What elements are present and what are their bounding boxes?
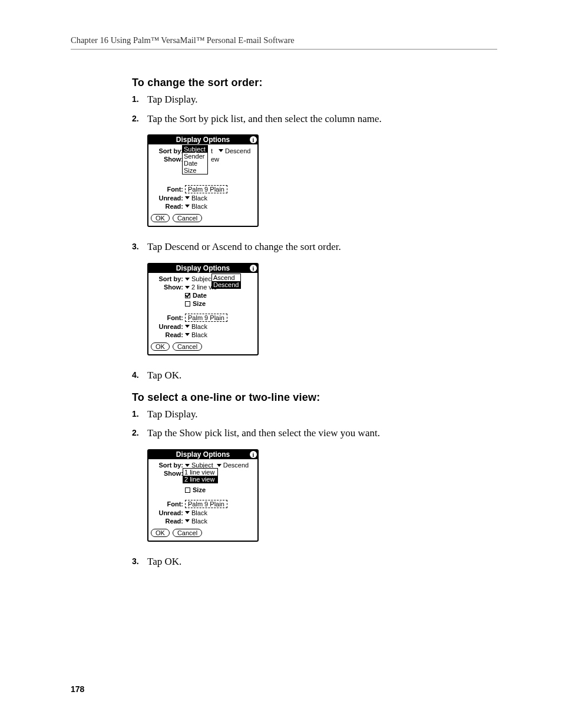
- checkbox-date-label: Date: [193, 292, 207, 299]
- dropdown-caret-icon[interactable]: [185, 464, 190, 467]
- heading-line-view: To select a one-line or two-line view:: [132, 391, 497, 404]
- sort-option-subject[interactable]: Subject: [183, 146, 207, 153]
- sort-by-value[interactable]: Subject: [191, 275, 213, 282]
- step-text: Tap OK.: [132, 368, 497, 383]
- label-font: Font:: [151, 314, 185, 321]
- checkbox-size-label: Size: [193, 300, 206, 307]
- sort-direction-popup[interactable]: Ascend Descend: [211, 274, 241, 289]
- label-unread: Unread:: [151, 195, 185, 202]
- dialog-title-text: Display Options: [176, 136, 230, 144]
- sort-by-tail: t: [211, 147, 213, 154]
- sort-option-sender[interactable]: Sender: [183, 153, 207, 160]
- direction-option-descend[interactable]: Descend: [212, 281, 240, 288]
- checkbox-size[interactable]: [185, 487, 190, 493]
- dropdown-caret-icon[interactable]: [185, 286, 190, 289]
- sort-direction-value[interactable]: Descend: [225, 147, 250, 154]
- font-selector[interactable]: Palm 9 Plain: [185, 185, 227, 193]
- dialog-title: Display Options i: [148, 264, 257, 273]
- step-text: Tap Display.: [132, 93, 497, 107]
- read-value[interactable]: Black: [191, 331, 207, 338]
- display-options-dialog: Display Options i Sort by: Subject Show:…: [147, 263, 259, 355]
- dropdown-caret-icon[interactable]: [217, 464, 222, 467]
- info-icon[interactable]: i: [250, 451, 257, 458]
- dialog-title-text: Display Options: [176, 265, 230, 272]
- label-sort-by: Sort by:: [151, 275, 185, 282]
- unread-value[interactable]: Black: [191, 195, 207, 202]
- step-text: Tap the Sort by pick list, and then sele…: [132, 112, 497, 127]
- dialog-title: Display Options i: [148, 136, 257, 144]
- font-selector[interactable]: Palm 9 Plain: [185, 314, 227, 322]
- ok-button[interactable]: OK: [151, 342, 170, 351]
- font-selector[interactable]: Palm 9 Plain: [185, 500, 227, 508]
- dropdown-caret-icon[interactable]: [185, 325, 190, 328]
- sort-option-date[interactable]: Date: [183, 160, 207, 167]
- dropdown-caret-icon[interactable]: [185, 278, 190, 281]
- show-value-fragment: ew: [211, 156, 219, 163]
- dropdown-caret-icon[interactable]: [219, 149, 223, 152]
- label-sort-by: Sort by:: [151, 462, 185, 469]
- cancel-button[interactable]: Cancel: [173, 529, 202, 537]
- step-text: Tap Display.: [132, 407, 497, 422]
- dropdown-caret-icon[interactable]: [185, 519, 190, 522]
- dialog-title: Display Options i: [148, 450, 257, 459]
- label-font: Font:: [151, 500, 185, 508]
- label-sort-by: Sort by:: [151, 147, 185, 154]
- page-number: 178: [71, 684, 84, 694]
- info-icon[interactable]: i: [250, 136, 257, 143]
- checkbox-size[interactable]: [185, 301, 190, 307]
- read-value[interactable]: Black: [191, 203, 207, 210]
- dropdown-caret-icon[interactable]: [185, 511, 190, 514]
- ok-button[interactable]: OK: [151, 529, 170, 537]
- sort-by-popup[interactable]: Subject Sender Date Size: [182, 145, 208, 174]
- checkbox-size-label: Size: [193, 486, 206, 493]
- step-text: Tap Descend or Ascend to change the sort…: [132, 240, 497, 255]
- label-font: Font:: [151, 186, 185, 193]
- ok-button[interactable]: OK: [151, 214, 170, 222]
- dropdown-caret-icon[interactable]: [185, 205, 190, 207]
- show-popup[interactable]: 1 line view 2 line view: [183, 468, 218, 483]
- info-icon[interactable]: i: [250, 265, 257, 272]
- checkbox-date[interactable]: [185, 293, 190, 298]
- dropdown-caret-icon[interactable]: [185, 333, 190, 336]
- label-show: Show:: [151, 156, 185, 163]
- sort-option-size[interactable]: Size: [183, 167, 207, 174]
- label-show: Show:: [151, 470, 185, 477]
- label-unread: Unread:: [151, 323, 185, 330]
- cancel-button[interactable]: Cancel: [173, 214, 202, 222]
- show-option-2line[interactable]: 2 line view: [183, 476, 217, 483]
- label-show: Show:: [151, 284, 185, 291]
- step-text: Tap OK.: [132, 555, 497, 569]
- running-head: Chapter 16 Using Palm™ VersaMail™ Person…: [71, 35, 497, 50]
- read-value[interactable]: Black: [191, 518, 207, 525]
- label-read: Read:: [151, 518, 185, 525]
- dropdown-caret-icon[interactable]: [185, 196, 190, 199]
- display-options-dialog: Display Options i Sort by: Subject Desce…: [147, 449, 259, 542]
- cancel-button[interactable]: Cancel: [173, 342, 202, 351]
- dialog-title-text: Display Options: [176, 451, 230, 459]
- label-unread: Unread:: [151, 509, 185, 516]
- direction-option-ascend[interactable]: Ascend: [212, 274, 240, 281]
- show-option-1line[interactable]: 1 line view: [183, 469, 217, 476]
- label-read: Read:: [151, 203, 185, 210]
- unread-value[interactable]: Black: [191, 323, 207, 330]
- label-read: Read:: [151, 331, 185, 338]
- display-options-dialog: Display Options i Sort by: t Descend Sho…: [147, 134, 259, 227]
- step-text: Tap the Show pick list, and then select …: [132, 426, 497, 441]
- sort-direction-value[interactable]: Descend: [223, 462, 249, 469]
- heading-change-sort-order: To change the sort order:: [132, 77, 497, 89]
- unread-value[interactable]: Black: [191, 509, 207, 516]
